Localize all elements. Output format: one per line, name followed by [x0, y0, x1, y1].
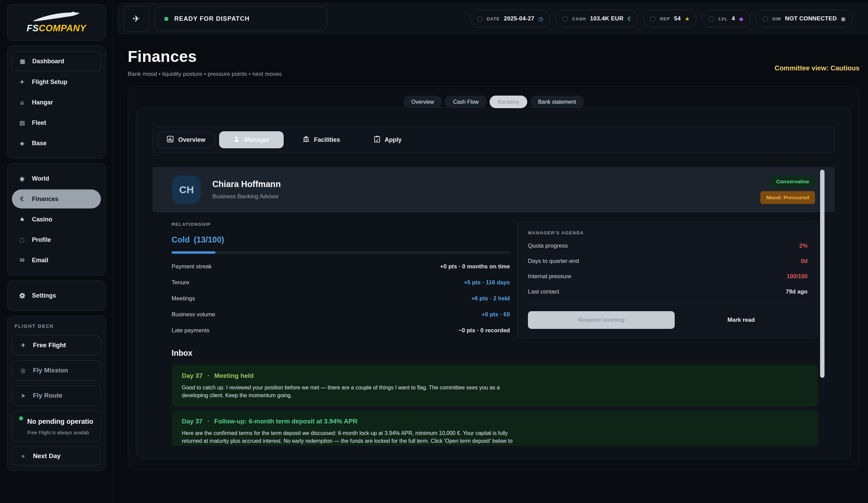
nav-group-secondary: ◉ World € Finances ♠ Casino ◌ Profile ✉ … [7, 163, 106, 275]
person-icon [233, 136, 240, 144]
relationship-status-word: Cold [172, 235, 189, 244]
subtab-manager[interactable]: Manager [219, 131, 284, 148]
message-day: Day 37 [182, 372, 203, 380]
dot-separator: · [207, 372, 209, 380]
tab-banking[interactable]: Banking [489, 95, 527, 108]
tab-bank-statement[interactable]: Bank statement [530, 95, 584, 108]
next-day-button[interactable]: » Next Day [12, 446, 101, 465]
page-title: Finances [128, 47, 859, 66]
send-icon: ➤ [19, 392, 27, 399]
sidebar-item-profile[interactable]: ◌ Profile [12, 230, 101, 249]
nav-group-primary: ▦ Dashboard ✈ Flight Setup ⌂ Hangar ▤ Fl… [7, 46, 106, 159]
sidebar-item-settings[interactable]: Settings [12, 286, 101, 305]
sidebar-item-hangar[interactable]: ⌂ Hangar [12, 93, 101, 112]
reputation-pill: REP 54 ★ [643, 10, 696, 28]
relationship-progressbar [172, 251, 510, 254]
chevrons-right-icon: » [19, 453, 27, 460]
diamond-icon: ◆ [739, 16, 743, 22]
ring-icon [709, 16, 714, 22]
status-dot [164, 17, 168, 21]
logo-text: FSCOMPANY [27, 23, 86, 34]
flight-deck-heading: FLIGHT DECK [14, 323, 98, 329]
ring-icon [562, 16, 568, 22]
message-subject: Meeting held [214, 372, 254, 380]
sim-connection-pill: SIM NOT CONNECTED ● [756, 10, 852, 28]
archetype-badge: Conservative [771, 175, 815, 188]
operations-status-card: No pending operatio Free Flight is alway… [12, 411, 101, 442]
relationship-progress-fill [172, 251, 215, 254]
manager-scroll-area: CH Chiara Hoffmann Business Banking Advi… [136, 167, 851, 446]
inbox-message[interactable]: Day 37 · Follow-up: 6-month term deposit… [172, 410, 818, 446]
agenda-heading: MANAGER'S AGENDA [528, 230, 807, 235]
tab-cash-flow[interactable]: Cash Flow [445, 95, 487, 108]
fly-route-button[interactable]: ➤ Fly Route [12, 385, 101, 406]
banking-panel: Overview Manager [136, 108, 851, 459]
plane-icon: ✈ [18, 79, 26, 85]
banking-subtabs: Overview Manager [153, 127, 835, 153]
profile-icon: ◌ [18, 237, 26, 243]
mood-badge: Mood: Pressured [760, 191, 815, 204]
relationship-section: RELATIONSHIP Cold (13/100) Payment strea… [172, 222, 510, 339]
plane-icon: ✈ [133, 13, 140, 24]
inbox-message[interactable]: Day 37 · Meeting held Good to catch up. … [172, 365, 818, 407]
ring-icon [762, 16, 768, 22]
relationship-rows: Payment streak +0 pts · 0 months on time… [172, 259, 510, 339]
sidebar-item-fleet[interactable]: ▤ Fleet [12, 113, 101, 132]
message-body: Good to catch up. I reviewed your positi… [182, 384, 521, 399]
sidebar-item-finances[interactable]: € Finances [12, 189, 101, 209]
bar-chart-icon [167, 136, 174, 144]
divider [528, 304, 807, 304]
fly-mission-button[interactable]: ◎ Fly Mission [12, 360, 101, 381]
inbox-section: Inbox Day 37 · Meeting held Good to catc… [172, 349, 818, 446]
request-meeting-button[interactable]: Request meeting [528, 311, 675, 329]
euro-icon: € [18, 195, 26, 202]
sidebar-item-dashboard[interactable]: ▦ Dashboard [12, 51, 101, 71]
euro-icon: € [628, 16, 631, 22]
sidebar: FSCOMPANY ▦ Dashboard ✈ Flight Setup ⌂ H… [0, 0, 113, 503]
sidebar-item-base[interactable]: ◈ Base [12, 134, 101, 153]
manager-body: RELATIONSHIP Cold (13/100) Payment strea… [172, 222, 818, 339]
dispatch-plane-button[interactable]: ✈ [123, 6, 149, 32]
manager-identity: Chiara Hoffmann Business Banking Advisor [212, 179, 281, 200]
manager-name: Chiara Hoffmann [212, 179, 281, 189]
ring-icon [477, 16, 483, 22]
manager-role: Business Banking Advisor [212, 193, 281, 200]
table-row: Internal pressure 100/100 [528, 269, 807, 284]
sidebar-item-world[interactable]: ◉ World [12, 169, 101, 188]
topbar: ✈ READY FOR DISPATCH DATE 2025-04-27 ◷ C… [117, 3, 868, 34]
subtab-facilities[interactable]: Facilities [288, 131, 355, 148]
subtab-apply[interactable]: Apply [359, 131, 416, 148]
operations-status-note: Free Flight is always availab [27, 430, 95, 435]
inbox-messages: Day 37 · Meeting held Good to catch up. … [172, 365, 818, 446]
operations-status-title: No pending operatio [27, 418, 95, 425]
scrollbar-thumb[interactable] [820, 170, 825, 378]
message-header: Day 37 · Meeting held [182, 372, 808, 380]
disconnected-icon: ● [841, 16, 846, 22]
mark-read-button[interactable]: Mark read [675, 316, 807, 323]
gear-icon [18, 292, 26, 299]
manager-badges: Conservative Mood: Pressured [760, 175, 815, 204]
table-row: Payment streak +0 pts · 0 months on time [172, 259, 510, 274]
tab-overview[interactable]: Overview [403, 95, 442, 108]
sidebar-item-email[interactable]: ✉ Email [12, 251, 101, 270]
table-row: Tenure +5 pts · 116 days [172, 274, 510, 290]
manager-header: CH Chiara Hoffmann Business Banking Advi… [153, 167, 835, 212]
free-flight-button[interactable]: ✈ Free Flight [12, 335, 101, 355]
sidebar-item-casino[interactable]: ♠ Casino [12, 210, 101, 229]
diamond-icon: ◈ [18, 140, 26, 147]
subtab-overview[interactable]: Overview [157, 131, 215, 148]
committee-view-label: Committee view: Cautious [775, 64, 859, 72]
dispatch-status-text: READY FOR DISPATCH [174, 15, 250, 22]
sidebar-item-flight-setup[interactable]: ✈ Flight Setup [12, 72, 101, 91]
table-row: Meetings +6 pts · 2 held [172, 290, 510, 306]
globe-icon: ◉ [18, 175, 26, 182]
finances-panel: Overview Cash Flow Banking Bank statemen… [128, 86, 859, 470]
relationship-status: Cold (13/100) [172, 235, 510, 244]
spade-icon: ♠ [18, 216, 26, 223]
table-row: Business volume +0 pts · €0 [172, 306, 510, 322]
message-body: Here are the confirmed terms for the ter… [182, 429, 521, 446]
table-row: Last contact 79d ago [528, 284, 807, 299]
logo-swoosh-icon [29, 12, 84, 24]
list-icon: ▤ [18, 119, 26, 126]
relationship-score: (13/100) [194, 235, 224, 244]
